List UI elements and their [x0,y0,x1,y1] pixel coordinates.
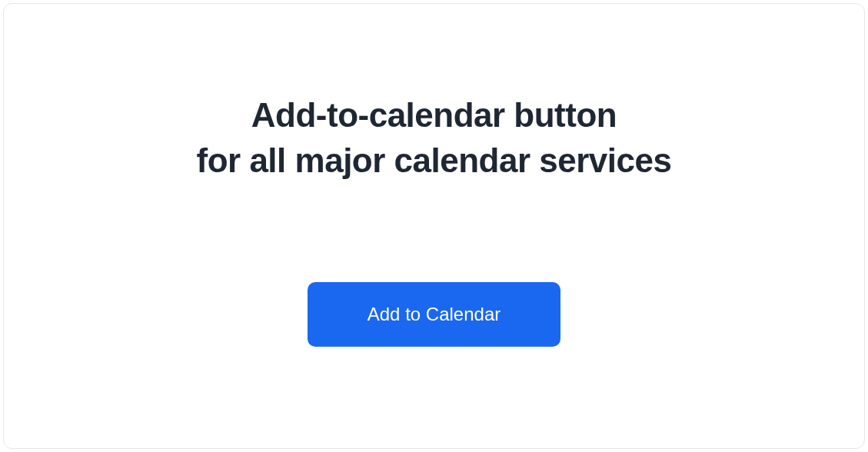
page-heading: Add-to-calendar button for all major cal… [197,92,672,184]
heading-line-1: Add-to-calendar button [251,96,617,134]
heading-line-2: for all major calendar services [197,141,672,179]
card-container: Add-to-calendar button for all major cal… [3,3,865,449]
button-wrapper: Add to Calendar [308,282,560,347]
add-to-calendar-button[interactable]: Add to Calendar [308,282,560,347]
